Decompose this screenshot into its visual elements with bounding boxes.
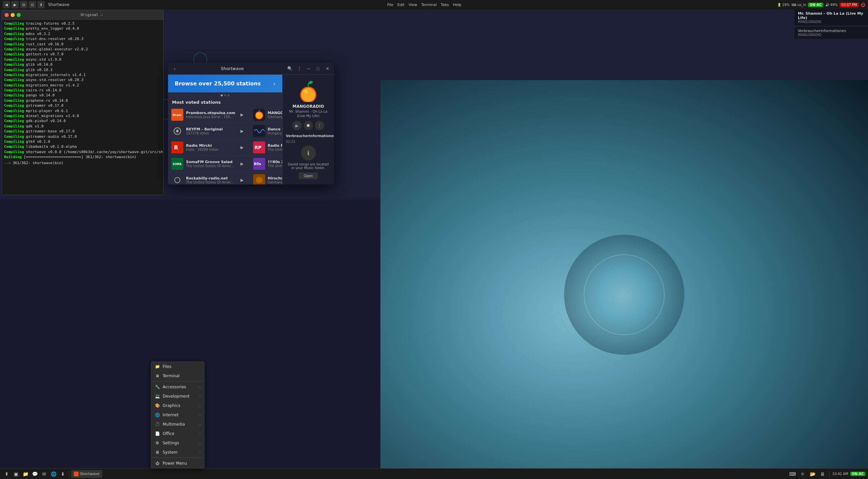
- sw-close-button[interactable]: ✕: [323, 65, 331, 73]
- station-80s-zoom[interactable]: 80s !!!80s Zoom The United Kingdom Of Gr…: [250, 156, 283, 172]
- sw-open-button[interactable]: Open: [299, 172, 318, 179]
- cm-settings-icon: ⚙: [155, 440, 160, 446]
- sw-section-title: Most voted stations: [168, 98, 282, 107]
- station-rockabilly-icon: [171, 174, 183, 184]
- cm-settings[interactable]: ⚙ Settings ›: [151, 438, 204, 448]
- cm-multimedia[interactable]: 🎵 Multimedia ›: [151, 420, 204, 429]
- station-radio-mirchi-info: Radio Mirchi India · 26289 Votes: [186, 143, 236, 151]
- sw-back-button[interactable]: ‹: [170, 65, 179, 73]
- taskbar-language-icon[interactable]: 🌐: [50, 470, 57, 478]
- station-somafm-play[interactable]: ▶: [238, 160, 246, 168]
- taskbar-left-icons: ⬆ ▣ 📁 💬 ✉ 🌐 ⬇: [3, 470, 67, 478]
- taskbar-files-icon[interactable]: 📁: [21, 470, 29, 478]
- station-somafm[interactable]: SOMA SomaFM Groove Salad The United Stat…: [168, 156, 249, 172]
- taskbar-atom-icon[interactable]: ⚛: [799, 470, 807, 478]
- cm-power-menu[interactable]: ⏻ Power Menu: [151, 459, 204, 468]
- menu-edit[interactable]: Edit: [397, 3, 404, 7]
- taskbar-app-shortwave-icon: [74, 472, 79, 476]
- menu-terminal[interactable]: Terminal: [421, 3, 437, 7]
- sw-volume-btn[interactable]: 🔈: [292, 121, 302, 130]
- cm-graphics-icon: 🎨: [155, 403, 160, 408]
- sysbar-menus: File Edit View Terminal Tabs Help: [387, 3, 461, 7]
- station-dancewave[interactable]: Dance Wave! Hungary · 115875 Votes ▶: [250, 123, 283, 139]
- sysbar-minimize-btn[interactable]: ⊟: [20, 1, 27, 8]
- sw-browse-banner[interactable]: Browse over 25,500 stations ›: [168, 75, 282, 92]
- sw-info-label: Verbraucherinformationen: [286, 134, 334, 138]
- station-mangoradio-info: MANGORADIO Germany · 479153 Votes: [268, 111, 283, 119]
- cm-multimedia-label: Multimedia: [163, 422, 185, 426]
- terminal-maximize[interactable]: [17, 13, 21, 17]
- sw-menu-button[interactable]: ⋮: [295, 65, 303, 73]
- station-dancewave-info: Dance Wave! Hungary · 115875 Votes: [268, 127, 283, 135]
- water-wallpaper: [380, 80, 868, 470]
- sysbar-download-btn[interactable]: ⬇: [37, 1, 45, 8]
- sw-info-header: Verbraucherinformationen ⬇: [286, 133, 331, 138]
- station-radio-paradise-sub: The United States Of Amer...: [268, 148, 283, 151]
- menu-view[interactable]: View: [408, 3, 417, 7]
- station-rockabilly-name: Rockabilly-radio.net: [186, 176, 236, 180]
- station-reyfm-info: REYFM - 8original 157378 Votes: [186, 127, 236, 135]
- station-hirschmilch-info: Hirschmilch Radio Prog-H... Germany · 93…: [268, 176, 283, 184]
- taskbar-folder-icon[interactable]: 📂: [809, 470, 816, 478]
- station-prambors-play[interactable]: ▶: [238, 111, 246, 119]
- taskbar-download-icon[interactable]: ⬇: [59, 470, 67, 478]
- sw-dot-3[interactable]: [227, 94, 229, 96]
- sysbar-maximize-btn[interactable]: ⊡: [29, 1, 36, 8]
- cm-accessories-arrow: ›: [199, 385, 201, 389]
- sysbar-forward-btn[interactable]: ▶: [11, 1, 19, 8]
- svg-point-10: [564, 235, 684, 355]
- terminal-close[interactable]: [5, 13, 9, 17]
- taskbar: ⬆ ▣ 📁 💬 ✉ 🌐 ⬇ Shortwave ⌨ ⚛ 📂 🖥 10:42 AM…: [0, 468, 868, 479]
- taskbar-arrow-icon[interactable]: ⬆: [3, 470, 11, 478]
- cm-accessories[interactable]: 🔧 Accessories ›: [151, 382, 204, 391]
- cm-graphics[interactable]: 🎨 Graphics ›: [151, 401, 204, 410]
- sw-left-panel: Browse over 25,500 stations › Most voted…: [168, 75, 282, 184]
- station-radio-mirchi[interactable]: R Radio Mirchi India · 26289 Votes ▶: [168, 139, 249, 156]
- cm-system[interactable]: 🖥 System ›: [151, 448, 204, 457]
- sw-minimize-button[interactable]: ─: [305, 65, 313, 73]
- cm-terminal-label: Terminal: [163, 374, 180, 378]
- station-radio-mirchi-play[interactable]: ▶: [238, 143, 246, 151]
- station-reyfm-play[interactable]: ▶: [238, 127, 246, 135]
- cm-multimedia-arrow: ›: [199, 423, 201, 426]
- sysbar-back-btn[interactable]: ◀: [3, 1, 10, 8]
- menu-help[interactable]: Help: [453, 3, 461, 7]
- power-btn[interactable]: ⏻: [861, 2, 865, 7]
- station-rockabilly[interactable]: Rockabilly-radio.net The United States O…: [168, 172, 249, 184]
- sw-dot-2[interactable]: [224, 94, 226, 96]
- station-radio-paradise[interactable]: RP Radio Paradise (320k) The United Stat…: [250, 139, 283, 156]
- sw-body: Browse over 25,500 stations › Most voted…: [168, 75, 334, 184]
- sw-stop-btn[interactable]: ⏹: [304, 121, 313, 130]
- svg-point-36: [256, 177, 262, 183]
- cm-internet-label: Internet: [163, 413, 179, 417]
- terminal-body[interactable]: Compilingtracing-futures v0.2.5 Compilin…: [2, 20, 163, 195]
- station-prambors[interactable]: Pram Prambors.otopulsa.com Indonesia Jav…: [168, 107, 249, 123]
- cm-internet[interactable]: 🌐 Internet ›: [151, 410, 204, 420]
- cm-terminal[interactable]: 🖥 Terminal: [151, 371, 204, 381]
- menu-file[interactable]: File: [387, 3, 393, 7]
- taskbar-terminal-icon[interactable]: ▣: [12, 470, 20, 478]
- sw-dot-1[interactable]: [221, 94, 223, 96]
- station-reyfm[interactable]: REYFM - 8original 157378 Votes ▶: [168, 123, 249, 139]
- taskbar-monitor-icon[interactable]: 🖥: [818, 470, 827, 478]
- sw-maximize-button[interactable]: □: [314, 65, 322, 73]
- station-hirschmilch[interactable]: Hirschmilch Radio Prog-H... Germany · 93…: [250, 172, 283, 184]
- cm-development[interactable]: 💻 Development ›: [151, 391, 204, 401]
- cm-office[interactable]: 📄 Office ›: [151, 429, 204, 438]
- taskbar-code-icon[interactable]: ⌨: [788, 470, 797, 478]
- cm-power-icon: ⏻: [155, 460, 160, 466]
- sw-more-btn[interactable]: ⋮: [315, 121, 324, 130]
- svg-point-28: [256, 113, 259, 115]
- menu-tabs[interactable]: Tabs: [441, 3, 449, 7]
- terminal-title: Original —: [23, 13, 161, 17]
- cm-system-arrow: ›: [199, 451, 201, 454]
- sw-search-button[interactable]: 🔍: [286, 65, 294, 73]
- station-rockabilly-play[interactable]: ▶: [238, 176, 246, 184]
- taskbar-app-shortwave[interactable]: Shortwave: [71, 470, 102, 478]
- taskbar-chat-icon[interactable]: 💬: [31, 470, 39, 478]
- terminal-minimize[interactable]: [11, 13, 15, 17]
- cm-files[interactable]: 📁 Files: [151, 362, 204, 371]
- taskbar-mail-icon[interactable]: ✉: [40, 470, 48, 478]
- sw-stations-right: MANGORADIO Germany · 479153 Votes ▶: [250, 107, 283, 184]
- station-mangoradio[interactable]: MANGORADIO Germany · 479153 Votes ▶: [250, 107, 283, 123]
